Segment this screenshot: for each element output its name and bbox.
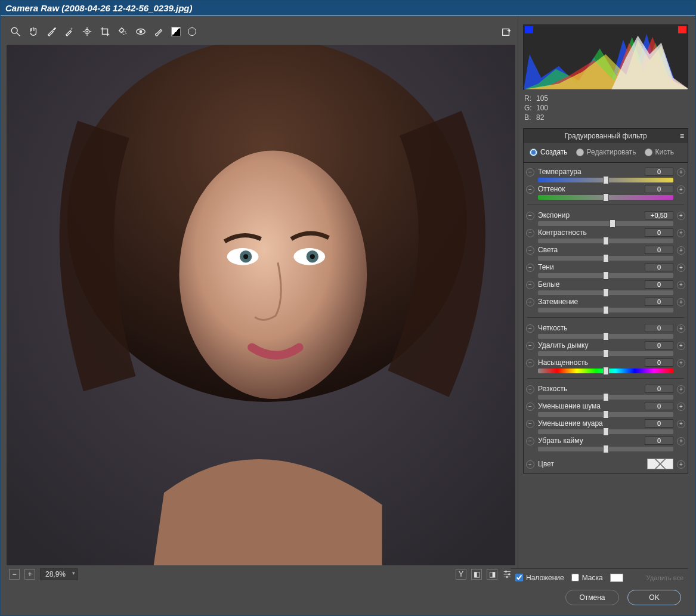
slider-track[interactable] <box>538 447 673 451</box>
slider-value[interactable]: 0 <box>645 358 673 367</box>
plus-icon[interactable]: + <box>677 281 685 289</box>
mode-create[interactable]: Создать <box>530 148 568 156</box>
slider-value[interactable]: 0 <box>645 437 673 445</box>
slider-value[interactable]: 0 <box>645 168 673 176</box>
slider-knob[interactable] <box>610 219 615 228</box>
plus-icon[interactable]: + <box>677 420 685 428</box>
slider-track[interactable] <box>538 395 673 400</box>
slider-knob[interactable] <box>603 176 609 184</box>
zoom-dropdown[interactable]: 28,9% <box>40 568 78 580</box>
minus-icon[interactable]: − <box>526 212 534 220</box>
minus-icon[interactable]: − <box>526 246 534 255</box>
panel-menu-icon[interactable]: ≡ <box>680 132 684 140</box>
plus-icon[interactable]: + <box>677 185 685 194</box>
slider-knob[interactable] <box>603 306 609 314</box>
before-after-y-button[interactable]: Y <box>456 569 466 580</box>
cancel-button[interactable]: Отмена <box>565 590 619 605</box>
slider-track[interactable] <box>538 369 673 373</box>
slider-track[interactable] <box>538 290 673 295</box>
slider-value[interactable]: 0 <box>645 419 673 428</box>
mode-brush[interactable]: Кисть <box>645 148 674 156</box>
slider-knob[interactable] <box>603 393 609 401</box>
crop-icon[interactable] <box>100 26 110 37</box>
slider-track[interactable] <box>538 273 673 278</box>
slider-track[interactable] <box>538 308 673 312</box>
plus-icon[interactable]: + <box>677 246 685 255</box>
slider-knob[interactable] <box>603 367 609 375</box>
slider-value[interactable]: 0 <box>645 263 673 271</box>
slider-value[interactable]: +0,50 <box>645 211 673 219</box>
minus-icon[interactable]: − <box>526 298 534 307</box>
histogram[interactable] <box>523 24 688 90</box>
slider-track[interactable] <box>538 412 673 417</box>
export-icon[interactable] <box>501 26 512 37</box>
slider-value[interactable]: 0 <box>645 402 673 410</box>
eyedropper-icon[interactable] <box>46 26 57 37</box>
slider-value[interactable]: 0 <box>645 185 673 193</box>
minus-icon[interactable]: − <box>526 264 534 272</box>
slider-value[interactable]: 0 <box>645 341 673 349</box>
spot-heal-icon[interactable] <box>117 26 128 37</box>
slider-track[interactable] <box>538 256 673 261</box>
minus-icon[interactable]: − <box>526 385 534 394</box>
shadow-clip-indicator[interactable] <box>525 26 533 33</box>
plus-icon[interactable]: + <box>677 359 685 367</box>
slider-knob[interactable] <box>603 349 609 358</box>
plus-icon[interactable]: + <box>677 168 685 177</box>
minus-icon[interactable]: − <box>526 229 534 237</box>
slider-knob[interactable] <box>603 193 609 202</box>
zoom-in-button[interactable]: + <box>24 569 35 580</box>
radial-filter-icon[interactable] <box>188 27 196 36</box>
slider-knob[interactable] <box>603 410 609 419</box>
mask-checkbox[interactable]: Маска <box>571 574 603 582</box>
plus-icon[interactable]: + <box>677 264 685 272</box>
slider-track[interactable] <box>538 239 673 243</box>
minus-icon[interactable]: − <box>526 403 534 411</box>
slider-knob[interactable] <box>603 237 609 245</box>
redeye-icon[interactable] <box>135 26 146 37</box>
plus-icon[interactable]: + <box>677 229 685 237</box>
plus-icon[interactable]: + <box>677 385 685 394</box>
plus-icon[interactable]: + <box>677 342 685 350</box>
plus-icon[interactable]: + <box>677 298 685 307</box>
minus-icon[interactable]: − <box>526 324 534 333</box>
mode-edit[interactable]: Редактировать <box>576 148 636 156</box>
zoom-tool-icon[interactable] <box>10 26 21 37</box>
compare-right-icon[interactable]: ◨ <box>487 569 497 580</box>
minus-icon[interactable]: − <box>526 281 534 289</box>
overlay-checkbox[interactable]: Наложение <box>515 574 564 582</box>
slider-knob[interactable] <box>603 445 609 453</box>
hand-tool-icon[interactable] <box>28 26 39 37</box>
slider-knob[interactable] <box>603 332 609 340</box>
slider-value[interactable]: 0 <box>645 246 673 254</box>
minus-icon[interactable]: − <box>526 342 534 350</box>
slider-track[interactable] <box>538 221 673 226</box>
slider-knob[interactable] <box>603 289 609 297</box>
slider-value[interactable]: 0 <box>645 280 673 289</box>
slider-value[interactable]: 0 <box>645 298 673 306</box>
slider-value[interactable]: 0 <box>645 385 673 393</box>
zoom-out-button[interactable]: − <box>9 569 20 580</box>
minus-icon[interactable]: − <box>526 168 534 177</box>
slider-knob[interactable] <box>603 271 609 280</box>
brush-icon[interactable] <box>153 26 164 37</box>
mask-color-swatch[interactable] <box>610 574 623 582</box>
fgbg-swatch-icon[interactable] <box>171 27 181 36</box>
image-preview[interactable] <box>7 45 515 565</box>
color-sampler-icon[interactable]: + <box>64 26 75 37</box>
minus-icon[interactable]: − <box>526 460 534 469</box>
plus-icon[interactable]: + <box>677 437 685 445</box>
slider-track[interactable] <box>538 195 673 200</box>
slider-knob[interactable] <box>603 428 609 436</box>
plus-icon[interactable]: + <box>677 324 685 333</box>
ok-button[interactable]: OK <box>627 590 681 605</box>
plus-icon[interactable]: + <box>677 403 685 411</box>
target-adjust-icon[interactable] <box>82 26 92 37</box>
plus-icon[interactable]: + <box>677 460 685 469</box>
slider-track[interactable] <box>538 351 673 356</box>
color-swatch[interactable] <box>647 459 673 469</box>
highlight-clip-indicator[interactable] <box>678 26 686 33</box>
compare-left-icon[interactable]: ◧ <box>471 569 482 580</box>
slider-track[interactable] <box>538 178 673 182</box>
slider-track[interactable] <box>538 334 673 339</box>
